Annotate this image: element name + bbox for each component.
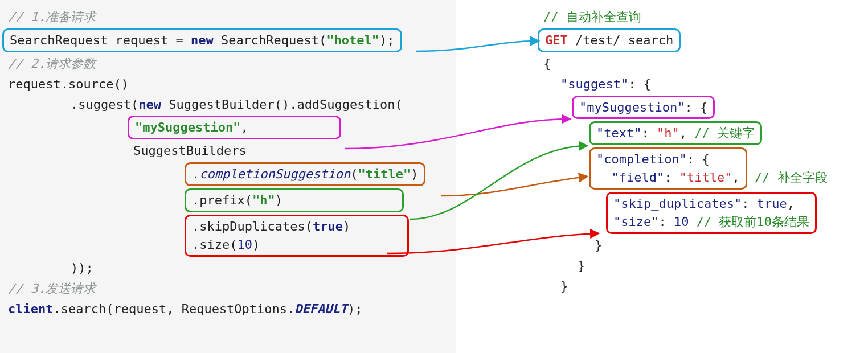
box-mysuggestion-dsl: "mySuggestion": {	[572, 96, 715, 120]
java-line-source: request.source()	[8, 74, 448, 95]
java-line-client: client.search(request, RequestOptions.DE…	[8, 299, 448, 319]
java-code-pane: // 1.准备请求 SearchRequest request = new Se…	[0, 0, 456, 353]
box-skip-size-dsl: "skip_duplicates": true,"size": 10 // 获取…	[606, 192, 817, 234]
dsl-suggest: "suggest": {	[464, 74, 860, 95]
java-line-mysuggestion: "mySuggestion",	[8, 114, 448, 141]
box-mysuggestion: "mySuggestion",	[128, 116, 341, 139]
box-skip-size: .skipDuplicates(true).size(10)	[185, 215, 409, 257]
dsl-brace-close-3: }	[464, 256, 860, 276]
box-completion-dsl: "completion": { "field": "title",	[589, 147, 747, 190]
dsl-get-line: GET /test/_search	[464, 27, 860, 54]
dsl-mysuggestion: "mySuggestion": {	[464, 95, 860, 121]
dsl-comment-top: // 自动补全查询	[464, 7, 860, 27]
java-line-prefix: .prefix("h")	[8, 187, 448, 214]
java-comment-3: // 3.发送请求	[8, 278, 448, 299]
box-get-search: GET /test/_search	[538, 28, 681, 52]
java-line-completion: .completionSuggestion("title")	[8, 161, 448, 187]
java-line-suggestbuilders: SuggestBuilders	[8, 141, 448, 161]
box-completion: .completionSuggestion("title")	[185, 162, 425, 186]
dsl-brace-close-4: }	[464, 235, 860, 256]
box-text-dsl: "text": "h", // 关键字	[589, 121, 762, 145]
java-line-skip-size: .skipDuplicates(true).size(10)	[8, 214, 448, 258]
box-prefix: .prefix("h")	[185, 188, 404, 212]
java-comment-2: // 2.请求参数	[8, 54, 448, 74]
java-line-suggest: .suggest(new SuggestBuilder().addSuggest…	[8, 95, 448, 115]
dsl-brace-close-2: }	[464, 276, 860, 297]
java-line-close: ));	[8, 258, 448, 278]
dsl-brace-open-1: {	[464, 54, 860, 74]
dsl-skip-size: "skip_duplicates": true,"size": 10 // 获取…	[464, 191, 860, 235]
java-line-request: SearchRequest request = new SearchReques…	[8, 27, 448, 54]
dsl-code-pane: // 自动补全查询 GET /test/_search { "suggest":…	[456, 0, 868, 353]
dsl-text: "text": "h", // 关键字	[464, 120, 860, 146]
dsl-completion: "completion": { "field": "title", // 补全字…	[464, 146, 860, 191]
box-search-request: SearchRequest request = new SearchReques…	[2, 28, 402, 52]
java-comment-1: // 1.准备请求	[8, 7, 448, 27]
